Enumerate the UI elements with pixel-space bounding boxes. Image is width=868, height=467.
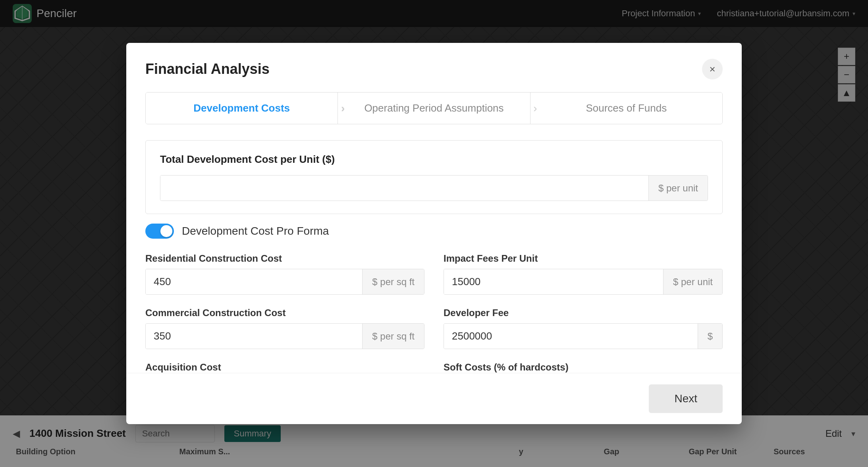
impact-fees-input-row: $ per unit [444,269,723,295]
impact-fees-suffix: $ per unit [663,269,722,294]
residential-label: Residential Construction Cost [145,253,424,264]
form-group-residential: Residential Construction Cost $ per sq f… [145,253,424,295]
developer-fee-label: Developer Fee [444,307,723,318]
dev-cost-pro-forma-toggle[interactable] [145,224,174,239]
tab-operating-period[interactable]: Operating Period Assumptions › [338,93,530,124]
tab-arrow-1: › [341,102,345,115]
tab-sources-of-funds[interactable]: Sources of Funds [530,93,722,124]
tab-arrow-2: › [533,102,537,115]
form-grid: Residential Construction Cost $ per sq f… [145,253,723,373]
total-dev-cost-input[interactable] [160,176,648,201]
commercial-input[interactable] [146,324,362,349]
residential-input-row: $ per sq ft [145,269,424,295]
form-group-acquisition: Acquisition Cost $ [145,362,424,373]
financial-analysis-modal: Financial Analysis × Development Costs ›… [126,43,742,424]
impact-fees-label: Impact Fees Per Unit [444,253,723,264]
form-group-commercial: Commercial Construction Cost $ per sq ft [145,307,424,349]
soft-costs-label: Soft Costs (% of hardcosts) [444,362,723,373]
residential-suffix: $ per sq ft [362,269,424,294]
modal-body: Development Costs › Operating Period Ass… [126,92,742,373]
next-button[interactable]: Next [649,384,723,413]
close-icon: × [709,63,715,75]
toggle-row: Development Cost Pro Forma [145,224,723,239]
tab-development-costs[interactable]: Development Costs › [146,93,338,124]
tab-sources-of-funds-label: Sources of Funds [586,102,667,114]
modal-close-button[interactable]: × [702,59,723,79]
impact-fees-input[interactable] [444,269,663,294]
residential-input[interactable] [146,269,362,294]
form-group-impact-fees: Impact Fees Per Unit $ per unit [444,253,723,295]
total-dev-cost-input-row: $ per unit [160,175,708,201]
commercial-input-row: $ per sq ft [145,323,424,349]
acquisition-label: Acquisition Cost [145,362,424,373]
total-dev-cost-suffix: $ per unit [648,176,708,201]
commercial-suffix: $ per sq ft [362,324,424,349]
developer-fee-input[interactable] [444,324,698,349]
tab-operating-period-label: Operating Period Assumptions [364,102,503,114]
developer-fee-input-row: $ [444,323,723,349]
developer-fee-suffix: $ [698,324,722,349]
modal-title: Financial Analysis [145,61,270,77]
total-dev-cost-title: Total Development Cost per Unit ($) [160,153,708,166]
tab-development-costs-label: Development Costs [193,102,290,114]
toggle-label: Development Cost Pro Forma [182,225,329,237]
modal-header: Financial Analysis × [126,43,742,92]
modal-overlay: Financial Analysis × Development Costs ›… [0,0,868,467]
modal-footer: Next [126,373,742,424]
commercial-label: Commercial Construction Cost [145,307,424,318]
form-group-soft-costs: Soft Costs (% of hardcosts) % [444,362,723,373]
total-dev-cost-section: Total Development Cost per Unit ($) $ pe… [145,140,723,214]
step-tabs: Development Costs › Operating Period Ass… [145,92,723,124]
form-group-developer-fee: Developer Fee $ [444,307,723,349]
